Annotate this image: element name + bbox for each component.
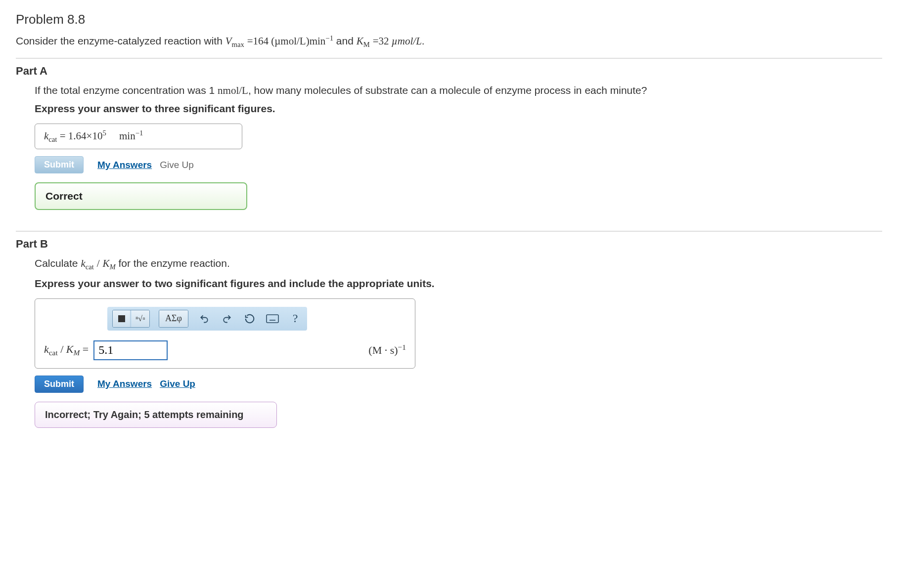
km-units: µmol/L xyxy=(392,35,422,47)
feedback-incorrect: Incorrect; Try Again; 5 attempts remaini… xyxy=(35,402,277,428)
equation-toolbar: ⁿ√▫ ΑΣφ ? xyxy=(107,307,307,331)
problem-stem: Consider the enzyme-catalyzed reaction w… xyxy=(16,34,882,49)
and-word: and xyxy=(336,35,357,46)
part-b-question: Calculate kcat / KM for the enzyme react… xyxy=(35,257,882,271)
entry-eq: = xyxy=(83,343,89,355)
root-template-button[interactable]: ⁿ√▫ xyxy=(132,310,149,327)
redo-icon[interactable] xyxy=(220,312,234,326)
part-a-actions: Submit My Answers Give Up xyxy=(35,156,882,173)
ans-unit: min xyxy=(119,130,135,142)
ans-unit-exp: −1 xyxy=(135,129,143,137)
kcat-symbol: k xyxy=(44,130,48,142)
units-exp: −1 xyxy=(398,343,406,351)
ans-eq: = xyxy=(60,130,68,142)
vmax-exp: −1 xyxy=(325,34,333,42)
greek-symbols-button[interactable]: ΑΣφ xyxy=(159,310,188,327)
reset-icon[interactable] xyxy=(243,312,257,326)
part-a-body: If the total enzyme concentration was 1 … xyxy=(16,84,882,210)
km-sub: M xyxy=(363,41,370,48)
q-km-sym: K xyxy=(102,257,109,269)
part-b-q-suffix: for the enzyme reaction. xyxy=(118,257,229,269)
entry-km-sym: K xyxy=(66,343,74,355)
part-a-instruction: Express your answer to three significant… xyxy=(35,103,882,115)
fraction-icon xyxy=(118,315,125,322)
keyboard-icon[interactable] xyxy=(266,312,279,326)
ans-value: 1.64×10 xyxy=(68,130,103,142)
feedback-correct: Correct xyxy=(35,182,247,210)
entry-kcat-sub: cat xyxy=(49,348,58,357)
submit-button[interactable]: Submit xyxy=(35,376,84,393)
entry-label: kcat / KM = xyxy=(44,343,89,357)
my-answers-link[interactable]: My Answers xyxy=(97,160,152,170)
part-a-title: Part A xyxy=(16,65,882,78)
part-b-entry-box: ⁿ√▫ ΑΣφ ? kcat / KM xyxy=(35,298,415,369)
part-b-actions: Submit My Answers Give Up xyxy=(35,376,882,393)
help-icon[interactable]: ? xyxy=(288,312,302,326)
part-a-answer-box: kcat = 1.64×105 min−1 xyxy=(35,124,242,149)
entry-kcat-sym: k xyxy=(44,343,49,355)
part-b-title: Part B xyxy=(16,238,882,251)
part-b-q-prefix: Calculate xyxy=(35,257,81,269)
svg-rect-0 xyxy=(267,315,278,323)
fraction-template-button[interactable] xyxy=(113,310,131,327)
stem-end: . xyxy=(422,35,425,46)
q-slash: / xyxy=(97,257,100,269)
q-kcat-sub: cat xyxy=(86,263,94,271)
vmax-sub: max xyxy=(232,41,244,48)
vmax-eq: =164 xyxy=(247,35,271,47)
q-kcat-sym: k xyxy=(81,257,85,269)
ans-exp: 5 xyxy=(102,129,106,137)
part-a-conc: nmol/L xyxy=(218,84,248,96)
part-a-q-prefix: If the total enzyme concentration was 1 xyxy=(35,84,218,96)
give-up-link[interactable]: Give Up xyxy=(160,378,195,389)
entry-slash: / xyxy=(60,343,63,355)
divider xyxy=(16,231,882,232)
vmax-units: (µmol/L)min xyxy=(271,35,325,47)
give-up-link[interactable]: Give Up xyxy=(160,160,194,170)
ans-gap xyxy=(109,130,117,142)
problem-title: Problem 8.8 xyxy=(16,12,882,27)
answer-input[interactable] xyxy=(93,340,168,360)
my-answers-link[interactable]: My Answers xyxy=(97,378,152,389)
part-b-instruction: Express your answer to two significant f… xyxy=(35,278,882,290)
part-a-q-suffix: , how many molecules of substrate can a … xyxy=(248,84,647,96)
divider xyxy=(16,58,882,59)
entry-row: kcat / KM = (M · s)−1 xyxy=(44,340,406,360)
symbols-group: ΑΣφ xyxy=(159,310,188,328)
root-icon: ⁿ√▫ xyxy=(135,314,145,323)
template-group: ⁿ√▫ xyxy=(112,310,150,328)
km-eq: =32 xyxy=(373,35,392,47)
entry-km-sub: M xyxy=(74,348,80,357)
undo-icon[interactable] xyxy=(197,312,211,326)
entry-units: (M · s)−1 xyxy=(368,343,406,357)
stem-prefix: Consider the enzyme-catalyzed reaction w… xyxy=(16,35,225,46)
part-a-question: If the total enzyme concentration was 1 … xyxy=(35,84,882,97)
vmax-symbol: V xyxy=(225,35,232,47)
part-b-body: Calculate kcat / KM for the enzyme react… xyxy=(16,257,882,427)
km-symbol: K xyxy=(357,35,363,47)
q-km-sub: M xyxy=(109,263,115,271)
units-base: (M · s) xyxy=(368,344,398,357)
kcat-sub: cat xyxy=(48,135,57,143)
submit-button[interactable]: Submit xyxy=(35,156,84,173)
